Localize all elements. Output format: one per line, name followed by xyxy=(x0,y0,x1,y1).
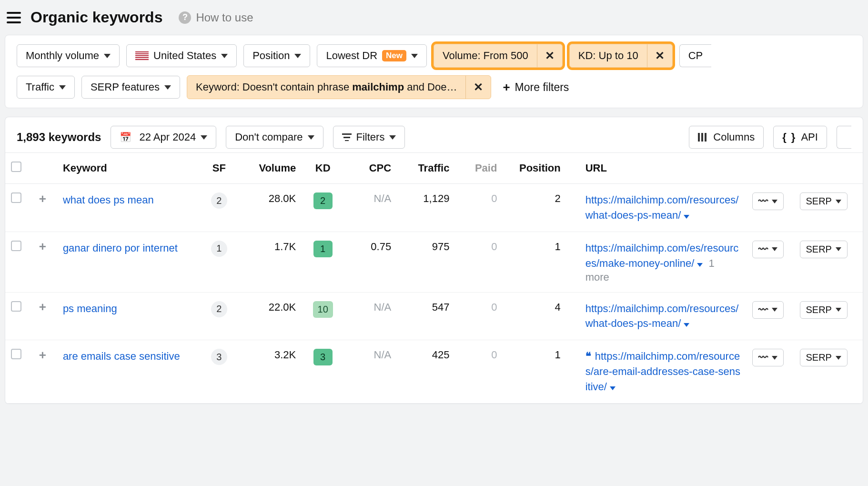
col-kd[interactable]: KD xyxy=(302,153,344,184)
position-value: 1 xyxy=(503,232,566,292)
sf-badge[interactable]: 2 xyxy=(211,192,227,209)
serp-label: SERP xyxy=(806,304,832,315)
chevron-down-icon[interactable] xyxy=(684,215,689,219)
chevron-down-icon xyxy=(772,200,777,203)
select-all-checkbox[interactable] xyxy=(11,162,21,172)
lowest-dr-filter[interactable]: Lowest DR New xyxy=(317,44,427,67)
col-paid[interactable]: Paid xyxy=(455,153,503,184)
keyword-link[interactable]: ps meaning xyxy=(63,303,117,314)
cpc-filter-partial[interactable]: CP xyxy=(679,44,712,67)
close-icon[interactable]: ✕ xyxy=(465,76,491,99)
cpc-value: N/A xyxy=(344,184,397,232)
chevron-down-icon xyxy=(104,54,111,58)
row-checkbox[interactable] xyxy=(11,241,21,251)
close-icon[interactable]: ✕ xyxy=(537,44,562,67)
traffic-value: 1,129 xyxy=(397,184,455,232)
cpc-value: 0.75 xyxy=(344,232,397,292)
serp-button[interactable]: SERP xyxy=(800,349,848,366)
trend-button[interactable] xyxy=(752,192,784,210)
trend-icon xyxy=(758,196,768,207)
position-value: 2 xyxy=(503,184,566,232)
expand-icon[interactable]: + xyxy=(36,301,49,314)
columns-button[interactable]: Columns xyxy=(689,126,764,149)
position-filter[interactable]: Position xyxy=(243,44,310,67)
trend-button[interactable] xyxy=(752,349,784,366)
country-label: United States xyxy=(153,50,216,62)
position-label: Position xyxy=(252,50,290,62)
serp-button[interactable]: SERP xyxy=(800,241,848,258)
date-label: 22 Apr 2024 xyxy=(139,131,196,143)
more-filters-button[interactable]: + More filters xyxy=(498,76,574,99)
table-row: + are emails case sensitive 3 3.2K 3 N/A… xyxy=(5,340,863,404)
menu-icon[interactable] xyxy=(7,12,21,23)
serp-button[interactable]: SERP xyxy=(800,301,848,319)
col-url[interactable]: URL xyxy=(566,153,747,184)
volume-value: 3.2K xyxy=(238,340,302,404)
url-link[interactable]: https://mailchimp.com/resources/are-emai… xyxy=(585,350,740,393)
page-header: Organic keywords ? How to use xyxy=(0,0,868,35)
paid-value: 0 xyxy=(455,340,503,404)
serp-features-filter[interactable]: SERP features xyxy=(81,76,180,99)
traffic-value: 975 xyxy=(397,232,455,292)
chevron-down-icon xyxy=(836,308,841,312)
kd-chip[interactable]: KD: Up to 10 ✕ xyxy=(569,44,673,68)
chevron-down-icon[interactable] xyxy=(684,323,689,327)
url-link[interactable]: https://mailchimp.com/resources/what-doe… xyxy=(585,194,739,221)
expand-icon[interactable]: + xyxy=(36,192,49,205)
keyword-link[interactable]: ganar dinero por internet xyxy=(63,242,178,254)
sf-badge[interactable]: 2 xyxy=(211,301,227,317)
expand-icon[interactable]: + xyxy=(36,241,49,253)
results-table-wrap: Keyword SF Volume KD CPC Traffic Paid Po… xyxy=(5,152,863,404)
col-cpc[interactable]: CPC xyxy=(344,153,397,184)
filters-dropdown[interactable]: Filters xyxy=(333,126,405,149)
how-to-use-link[interactable]: ? How to use xyxy=(179,11,253,24)
url-link[interactable]: https://mailchimp.com/es/resources/make-… xyxy=(585,242,739,269)
col-volume[interactable]: Volume xyxy=(238,153,302,184)
close-icon[interactable]: ✕ xyxy=(647,44,672,67)
serp-label: SERP xyxy=(806,352,832,363)
calendar-icon xyxy=(120,131,134,143)
row-checkbox[interactable] xyxy=(11,301,21,312)
chevron-down-icon[interactable] xyxy=(697,263,703,267)
sf-badge[interactable]: 3 xyxy=(211,349,227,365)
chevron-down-icon[interactable] xyxy=(610,386,616,390)
compare-dropdown[interactable]: Don't compare xyxy=(226,126,323,149)
chevron-down-icon xyxy=(836,200,841,203)
page-title: Organic keywords xyxy=(30,9,162,26)
chevron-down-icon xyxy=(164,85,171,90)
featured-snippet-icon: ❝ xyxy=(585,350,591,362)
serp-label: SERP xyxy=(806,196,832,207)
row-checkbox[interactable] xyxy=(11,192,21,203)
url-link[interactable]: https://mailchimp.com/resources/what-doe… xyxy=(585,303,739,330)
api-button[interactable]: API xyxy=(773,126,827,149)
sf-badge[interactable]: 1 xyxy=(211,241,227,257)
overflow-button-partial[interactable] xyxy=(837,126,851,149)
col-sf[interactable]: SF xyxy=(200,153,238,184)
results-count: 1,893 keywords xyxy=(17,131,101,144)
results-toolbar: 1,893 keywords 22 Apr 2024 Don't compare… xyxy=(5,117,863,152)
kd-badge: 10 xyxy=(313,301,333,318)
keyword-link[interactable]: are emails case sensitive xyxy=(63,350,180,362)
trend-button[interactable] xyxy=(752,301,784,319)
country-filter[interactable]: United States xyxy=(126,44,237,67)
serp-button[interactable]: SERP xyxy=(800,192,848,210)
paid-value: 0 xyxy=(455,184,503,232)
col-traffic[interactable]: Traffic xyxy=(397,153,455,184)
keyword-link[interactable]: what does ps mean xyxy=(63,194,154,206)
date-picker[interactable]: 22 Apr 2024 xyxy=(111,126,216,149)
trend-button[interactable] xyxy=(752,241,784,258)
traffic-filter[interactable]: Traffic xyxy=(17,76,75,99)
volume-chip[interactable]: Volume: From 500 ✕ xyxy=(434,44,563,68)
col-position[interactable]: Position xyxy=(503,153,566,184)
row-checkbox[interactable] xyxy=(11,349,21,359)
new-badge: New xyxy=(382,50,406,61)
api-icon xyxy=(782,131,796,143)
monthly-volume-label: Monthly volume xyxy=(26,50,99,62)
kd-chip-label: KD: Up to 10 xyxy=(570,45,647,67)
expand-icon[interactable]: + xyxy=(36,349,49,361)
monthly-volume-filter[interactable]: Monthly volume xyxy=(17,44,120,67)
volume-chip-label: Volume: From 500 xyxy=(434,45,537,67)
col-keyword[interactable]: Keyword xyxy=(57,153,200,184)
keyword-chip[interactable]: Keyword: Doesn't contain phrase mailchim… xyxy=(187,75,491,99)
keyword-chip-bold: mailchimp xyxy=(352,81,404,93)
